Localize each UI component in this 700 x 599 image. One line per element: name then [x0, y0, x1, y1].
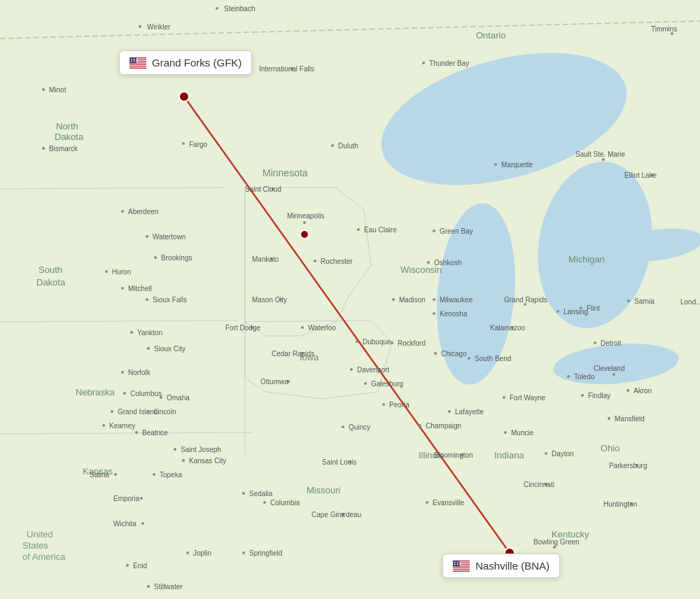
svg-point-163: [545, 452, 547, 455]
svg-text:Steinbach: Steinbach: [224, 5, 255, 13]
svg-text:Cincinnati: Cincinnati: [524, 481, 554, 488]
svg-text:Bismarck: Bismarck: [49, 145, 78, 153]
svg-point-143: [433, 312, 435, 315]
svg-point-119: [364, 382, 367, 385]
svg-point-93: [242, 492, 245, 495]
svg-text:Minneapolis: Minneapolis: [287, 212, 324, 220]
svg-point-161: [504, 431, 507, 434]
svg-text:Dakota: Dakota: [36, 277, 66, 288]
svg-text:Green Bay: Green Bay: [440, 227, 473, 235]
us-flag-icon-dest: ★★★ ★★★: [453, 561, 470, 572]
svg-point-73: [135, 431, 138, 434]
svg-text:Saint Cloud: Saint Cloud: [245, 185, 281, 193]
svg-point-59: [147, 347, 150, 350]
svg-text:Sioux City: Sioux City: [154, 345, 186, 353]
svg-point-185: [556, 310, 559, 313]
svg-point-87: [186, 551, 189, 554]
svg-point-81: [114, 473, 117, 476]
svg-text:Omaha: Omaha: [167, 394, 190, 402]
svg-point-101: [303, 221, 306, 224]
svg-text:Beatrice: Beatrice: [142, 429, 168, 437]
svg-point-191: [627, 300, 630, 302]
svg-text:South Bend: South Bend: [475, 355, 511, 362]
svg-text:Nebraska: Nebraska: [76, 387, 115, 397]
svg-text:Lansing: Lansing: [564, 308, 588, 316]
svg-point-61: [121, 371, 124, 374]
svg-point-139: [391, 341, 393, 344]
svg-text:Muncie: Muncie: [511, 429, 534, 437]
svg-text:Mason City: Mason City: [252, 296, 287, 304]
svg-text:Brookings: Brookings: [161, 254, 192, 262]
svg-point-187: [580, 306, 582, 309]
svg-point-171: [612, 373, 615, 376]
origin-airport-tooltip: ★★★ ★★★ Grand Forks (GFK): [119, 50, 252, 75]
svg-text:Quincy: Quincy: [349, 423, 370, 431]
svg-text:South: South: [38, 265, 62, 275]
svg-text:Waterloo: Waterloo: [308, 324, 336, 332]
svg-point-47: [146, 235, 148, 238]
svg-text:Mitchell: Mitchell: [128, 285, 152, 293]
svg-text:Saint Joseph: Saint Joseph: [181, 446, 221, 453]
svg-point-45: [121, 210, 124, 213]
svg-rect-214: [130, 66, 146, 67]
svg-text:Detroit: Detroit: [601, 339, 622, 347]
svg-text:Lond...: Lond...: [680, 298, 700, 306]
svg-text:Huntington: Huntington: [603, 500, 637, 508]
svg-rect-223: [453, 568, 470, 569]
svg-text:Mansfield: Mansfield: [615, 415, 645, 423]
svg-point-79: [182, 459, 185, 462]
svg-point-49: [105, 270, 108, 273]
svg-point-65: [111, 410, 113, 413]
svg-point-97: [242, 551, 245, 554]
svg-text:Kearney: Kearney: [109, 422, 135, 430]
origin-airport-label: Grand Forks (GFK): [152, 57, 241, 69]
svg-point-77: [153, 473, 155, 476]
svg-text:Galesburg: Galesburg: [371, 380, 403, 388]
svg-text:Wichita: Wichita: [113, 520, 136, 528]
svg-text:Grand Island: Grand Island: [118, 408, 158, 416]
svg-text:Saint Louis: Saint Louis: [322, 458, 356, 466]
svg-text:Winkler: Winkler: [147, 23, 171, 31]
svg-text:Elliot Lake: Elliot Lake: [624, 171, 657, 179]
svg-text:Watertown: Watertown: [153, 233, 186, 241]
map-container: North Dakota South Dakota Nebraska Kansa…: [0, 0, 700, 599]
svg-point-115: [350, 368, 353, 371]
svg-text:Lafayette: Lafayette: [455, 408, 484, 416]
svg-text:Fort Wayne: Fort Wayne: [510, 394, 546, 402]
svg-text:Dakota: Dakota: [55, 132, 84, 142]
svg-point-189: [594, 341, 596, 344]
svg-text:Grand Rapids: Grand Rapids: [504, 296, 547, 304]
svg-point-75: [174, 448, 176, 451]
svg-text:Kalamazoo: Kalamazoo: [490, 324, 525, 332]
svg-point-35: [139, 25, 141, 28]
svg-text:Huron: Huron: [112, 268, 131, 276]
svg-point-173: [626, 389, 629, 392]
svg-text:Lincoln: Lincoln: [154, 408, 176, 416]
svg-text:Bowling Green: Bowling Green: [533, 538, 580, 546]
svg-text:Fort Dodge: Fort Dodge: [225, 324, 260, 332]
svg-point-95: [263, 501, 266, 504]
svg-text:Bloomington: Bloomington: [434, 451, 473, 459]
svg-point-149: [468, 357, 470, 360]
svg-point-83: [140, 497, 143, 500]
svg-point-105: [314, 260, 316, 262]
svg-point-133: [433, 230, 435, 232]
svg-text:States: States: [22, 540, 48, 551]
svg-text:Milwaukee: Milwaukee: [440, 296, 473, 304]
svg-point-53: [121, 287, 124, 290]
svg-point-157: [419, 424, 421, 427]
svg-text:Timmins: Timmins: [651, 25, 677, 33]
svg-text:Columbus: Columbus: [130, 390, 162, 397]
svg-point-85: [141, 522, 144, 525]
svg-rect-213: [130, 65, 146, 66]
svg-text:Ottumwa: Ottumwa: [260, 378, 288, 386]
svg-text:Emporia: Emporia: [113, 495, 140, 502]
svg-text:Rochester: Rochester: [321, 258, 353, 265]
svg-text:Ontario: Ontario: [476, 30, 506, 41]
svg-text:Evansville: Evansville: [433, 499, 464, 507]
svg-text:Springfield: Springfield: [249, 549, 282, 557]
svg-point-141: [434, 352, 437, 355]
svg-text:Topeka: Topeka: [160, 471, 183, 479]
svg-point-175: [608, 417, 610, 420]
svg-text:Kenosha: Kenosha: [440, 310, 468, 318]
